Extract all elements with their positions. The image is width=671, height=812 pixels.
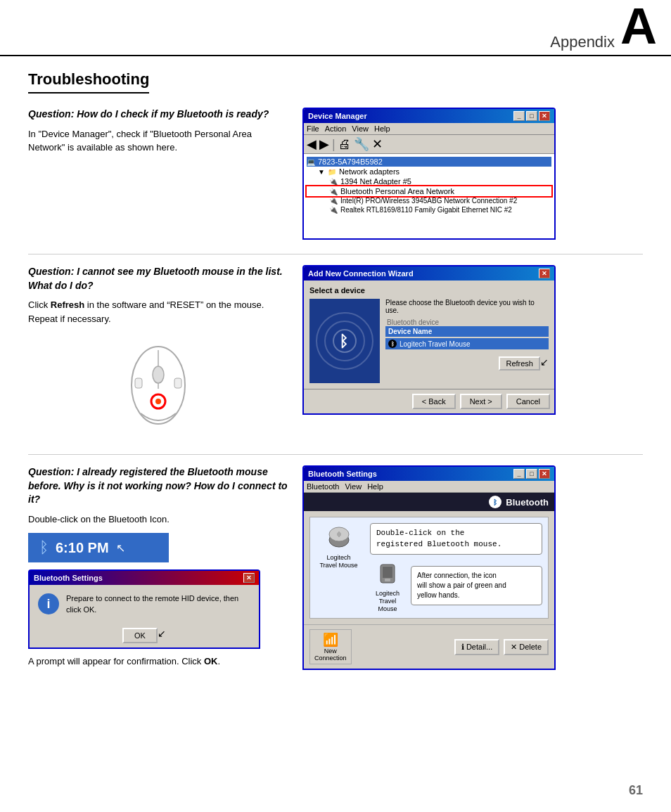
- tree-intel[interactable]: 🔌 Intel(R) PRO/Wireless 3945ABG Network …: [307, 196, 551, 205]
- svg-rect-17: [383, 567, 392, 578]
- question-2-left: Question: I cannot see my Bluetooth mous…: [28, 265, 288, 440]
- tree-bt-label: Bluetooth Personal Area Network: [340, 187, 454, 195]
- tree-realtek[interactable]: 🔌 Realtek RTL8169/8110 Family Gigabit Et…: [307, 205, 551, 214]
- wizard-titlebar-buttons: ✕: [539, 269, 550, 278]
- toolbar-back-icon[interactable]: ◀: [307, 136, 317, 152]
- question-2-right: Add New Connection Wizard ✕ Select a dev…: [302, 265, 643, 440]
- cursor-icon: ↙: [540, 356, 549, 370]
- wizard-dialog: Add New Connection Wizard ✕ Select a dev…: [302, 265, 556, 415]
- wizard-right: Please choose the Bluetooth device you w…: [385, 299, 549, 383]
- tree-root-label: 7823-5A794B5982: [318, 157, 383, 166]
- prompt-ok-button[interactable]: OK: [122, 628, 158, 643]
- wizard-buttons: < Back Next > Cancel: [304, 389, 554, 413]
- tree-root[interactable]: 💻 7823-5A794B5982: [307, 157, 551, 167]
- tree-1394[interactable]: 🔌 1394 Net Adapter #5: [307, 176, 551, 186]
- svg-point-15: [337, 532, 341, 536]
- device-manager-title: Device Manager: [308, 112, 367, 120]
- bt-minimize-button[interactable]: _: [513, 469, 525, 479]
- wizard-device-label: Bluetooth device: [385, 318, 549, 326]
- bt-device-1-label: LogitechTravel Mouse: [319, 554, 357, 569]
- next-button[interactable]: Next >: [460, 394, 502, 409]
- wizard-device-item[interactable]: ᛒ Logitech Travel Mouse: [385, 338, 549, 349]
- delete-icon: ✕: [511, 643, 517, 652]
- page-number: 61: [629, 783, 643, 798]
- bt-prompt-message: Prepare to connect to the remote HID dev…: [66, 593, 250, 615]
- question-2-heading: Question: I cannot see my Bluetooth mous…: [28, 265, 288, 292]
- maximize-button[interactable]: □: [526, 111, 537, 121]
- menu-help-bt[interactable]: Help: [367, 482, 383, 491]
- toolbar-extra-icon[interactable]: ✕: [372, 136, 383, 152]
- bt-bubbles: Double-click on theregistered Bluetooth …: [370, 523, 542, 612]
- bt-device-2[interactable]: LogitechTravel Mouse: [370, 559, 405, 612]
- toolbar-forward-icon[interactable]: ▶: [319, 136, 329, 152]
- svg-rect-3: [135, 378, 142, 388]
- refresh-button[interactable]: Refresh: [499, 356, 540, 370]
- bluetooth-logo-icon: ᛒ: [39, 539, 49, 557]
- section-1: Question: How do I check if my Bluetooth…: [28, 108, 643, 240]
- device-manager-tree: 💻 7823-5A794B5982 ▼ 📁 Network adapters 🔌…: [304, 154, 554, 238]
- bt-maximize-button[interactable]: □: [526, 469, 537, 479]
- titlebar-buttons: _ □ ✕: [513, 111, 550, 121]
- page-title: Troubleshooting: [28, 70, 149, 94]
- detail-icon: ℹ: [461, 643, 464, 652]
- bt-device-1[interactable]: LogitechTravel Mouse: [316, 523, 362, 612]
- bt-device-icon: ᛒ: [388, 340, 397, 348]
- bt-prompt-close[interactable]: ✕: [243, 573, 255, 583]
- bt-settings-titlebar: Bluetooth Settings _ □ ✕: [304, 467, 554, 481]
- wizard-subtitle: Select a device: [309, 286, 549, 295]
- toolbar-print-icon[interactable]: 🖨: [338, 137, 351, 152]
- appendix-letter: A: [620, 1, 657, 51]
- bt-bubble-1: Double-click on theregistered Bluetooth …: [370, 523, 542, 555]
- wizard-body: Select a device ᛒ: [304, 281, 554, 389]
- wizard-close-button[interactable]: ✕: [539, 269, 550, 278]
- menu-view-bt[interactable]: View: [345, 482, 362, 491]
- tree-network-adapters[interactable]: ▼ 📁 Network adapters: [307, 167, 551, 176]
- wizard-column-header: Device Name: [385, 326, 549, 337]
- bluetooth-time-text: 6:10 PM: [56, 540, 109, 556]
- new-connection-button[interactable]: 📶 NewConnection: [309, 629, 352, 664]
- cursor-pointer-icon: ↖: [116, 541, 125, 555]
- wizard-titlebar: Add New Connection Wizard ✕: [304, 266, 554, 281]
- delete-button[interactable]: ✕ Delete: [504, 639, 549, 655]
- menu-action[interactable]: Action: [325, 124, 347, 133]
- bt-brand-icon: ᛒ: [489, 496, 501, 508]
- menu-view[interactable]: View: [352, 124, 369, 133]
- device-manager-dialog: Device Manager _ □ ✕ File Action View He…: [302, 108, 556, 240]
- tree-bluetooth-pan[interactable]: 🔌 Bluetooth Personal Area Network: [307, 186, 551, 196]
- bt-device-2-row: LogitechTravel Mouse After connection, t…: [370, 559, 542, 612]
- detail-button[interactable]: ℹ Detail...: [454, 639, 499, 655]
- new-connection-icon: 📶: [323, 632, 338, 647]
- svg-point-2: [153, 366, 164, 383]
- divider-1: [28, 254, 643, 254]
- minimize-button[interactable]: _: [513, 111, 525, 121]
- question-1-heading: Question: How do I check if my Bluetooth…: [28, 108, 288, 122]
- question-2-body: Click Refresh in the software and “RESET…: [28, 298, 288, 326]
- menu-bluetooth[interactable]: Bluetooth: [307, 482, 339, 491]
- question-3-right: Bluetooth Settings _ □ ✕ Bluetooth View …: [302, 465, 643, 670]
- main-content: Troubleshooting Question: How do I check…: [0, 60, 671, 695]
- toolbar-properties-icon[interactable]: 🔧: [354, 136, 369, 152]
- bt-close-button[interactable]: ✕: [539, 469, 550, 479]
- bt-prompt-title: Bluetooth Settings: [34, 574, 103, 582]
- folder-icon: 📁: [328, 168, 336, 176]
- appendix-label: Appendix: [550, 33, 615, 51]
- tree-1394-label: 1394 Net Adapter #5: [340, 177, 411, 186]
- delete-label: Delete: [519, 643, 542, 651]
- bt-prompt-footer: OK ↙: [30, 624, 259, 647]
- cancel-button[interactable]: Cancel: [506, 394, 550, 409]
- menu-help[interactable]: Help: [374, 124, 390, 133]
- back-button[interactable]: < Back: [412, 394, 456, 409]
- instruction-text: Double-click on the Bluetooth Icon.: [28, 514, 170, 524]
- question-3-left: Question: I already registered the Bluet…: [28, 465, 288, 670]
- bt-device-1-icon: [325, 523, 353, 551]
- question-1-visual: Device Manager _ □ ✕ File Action View He…: [302, 108, 643, 240]
- wizard-instruction: Please choose the Bluetooth device you w…: [385, 299, 549, 314]
- detail-label: Detail...: [466, 643, 492, 651]
- bt-bubble-2: After connection, the iconwill show a pa…: [411, 566, 542, 605]
- bt-settings-menu: Bluetooth View Help: [304, 481, 554, 493]
- info-icon: i: [38, 593, 59, 614]
- menu-file[interactable]: File: [307, 124, 319, 133]
- close-button[interactable]: ✕: [539, 111, 550, 121]
- toolbar-separator: |: [332, 137, 336, 152]
- svg-text:ᛒ: ᛒ: [339, 333, 348, 350]
